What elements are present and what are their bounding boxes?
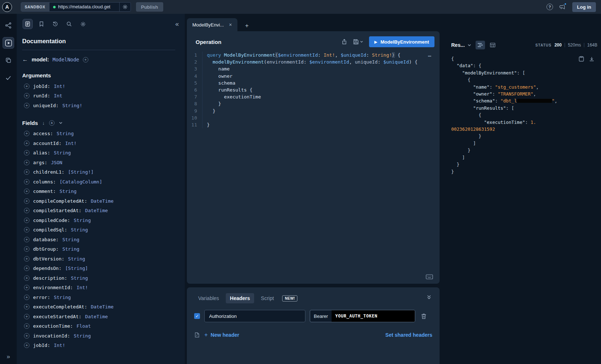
field-type[interactable]: String bbox=[60, 189, 77, 194]
add-to-query-icon[interactable]: + bbox=[24, 314, 29, 319]
field-type[interactable]: DateTime bbox=[91, 304, 114, 310]
collapse-docs-icon[interactable]: « bbox=[175, 20, 179, 28]
header-enabled-checkbox[interactable]: ✓ bbox=[194, 313, 200, 319]
add-to-query-icon[interactable]: + bbox=[24, 295, 29, 300]
field-type[interactable]: Int bbox=[54, 93, 62, 98]
checks-icon[interactable] bbox=[3, 72, 14, 84]
delete-header-icon[interactable] bbox=[421, 313, 426, 319]
field-type[interactable]: [String!] bbox=[68, 169, 93, 175]
add-to-query-icon[interactable]: + bbox=[24, 179, 29, 185]
table-view-icon[interactable] bbox=[488, 41, 497, 49]
env-variables-icon[interactable] bbox=[194, 332, 200, 338]
add-to-query-icon[interactable]: + bbox=[24, 169, 29, 175]
expand-rail-icon[interactable]: » bbox=[7, 353, 10, 361]
field-type[interactable]: [CatalogColumn] bbox=[60, 179, 102, 185]
tab-headers[interactable]: Headers bbox=[226, 293, 254, 303]
add-to-query-icon[interactable]: + bbox=[24, 285, 29, 290]
add-to-query-icon[interactable]: + bbox=[24, 304, 29, 310]
add-to-query-icon[interactable]: + bbox=[24, 246, 29, 252]
add-to-query-icon[interactable]: + bbox=[83, 57, 88, 62]
field-type[interactable]: String bbox=[57, 131, 74, 136]
field-type[interactable]: Int! bbox=[54, 343, 65, 348]
field-type[interactable]: DateTime bbox=[85, 208, 108, 213]
tab-variables[interactable]: Variables bbox=[194, 293, 223, 303]
field-type[interactable]: DateTime bbox=[91, 198, 114, 204]
announcements-icon[interactable] bbox=[559, 4, 566, 10]
schema-icon[interactable] bbox=[3, 20, 14, 31]
copy-response-icon[interactable] bbox=[579, 56, 584, 62]
field-type[interactable]: String bbox=[68, 256, 85, 262]
connection-settings-button[interactable] bbox=[119, 3, 131, 11]
add-to-query-icon[interactable]: + bbox=[24, 237, 29, 242]
explorer-icon[interactable] bbox=[3, 37, 14, 49]
field-type[interactable]: String bbox=[62, 246, 79, 252]
share-operation-icon[interactable] bbox=[341, 39, 347, 45]
response-title[interactable]: Res... bbox=[451, 42, 465, 48]
field-type[interactable]: String bbox=[71, 227, 88, 232]
add-to-query-icon[interactable]: + bbox=[24, 256, 29, 262]
add-to-query-icon[interactable]: + bbox=[24, 266, 29, 271]
add-to-query-icon[interactable]: + bbox=[24, 218, 29, 223]
add-to-query-icon[interactable]: + bbox=[24, 131, 29, 136]
collapse-io-icon[interactable] bbox=[426, 295, 432, 300]
add-to-query-icon[interactable]: + bbox=[24, 84, 29, 89]
chevron-down-icon[interactable] bbox=[468, 44, 471, 46]
add-to-query-icon[interactable]: + bbox=[24, 333, 29, 339]
field-type[interactable]: String bbox=[74, 218, 91, 223]
add-to-query-icon[interactable]: + bbox=[24, 150, 29, 155]
field-type[interactable]: String bbox=[54, 150, 71, 155]
header-key-input[interactable] bbox=[204, 310, 305, 322]
operation-tab[interactable]: ModelByEnvi... × bbox=[187, 18, 237, 31]
add-to-query-icon[interactable]: + bbox=[24, 198, 29, 204]
field-type[interactable]: [String] bbox=[65, 266, 88, 271]
search-icon[interactable] bbox=[64, 19, 74, 29]
add-to-query-icon[interactable]: + bbox=[24, 189, 29, 194]
add-all-fields-icon[interactable]: + bbox=[49, 120, 55, 126]
copy-operations-icon[interactable] bbox=[3, 54, 14, 66]
header-value-input[interactable]: Bearer YOUR_AUTH_TOKEN bbox=[310, 310, 415, 322]
field-type[interactable]: Int! bbox=[54, 84, 65, 89]
field-type[interactable]: String bbox=[62, 237, 79, 242]
save-operation-icon[interactable] bbox=[353, 39, 363, 45]
add-to-query-icon[interactable]: + bbox=[24, 141, 29, 146]
bookmark-icon[interactable] bbox=[36, 19, 47, 29]
field-type[interactable]: Float bbox=[77, 323, 91, 329]
field-type[interactable]: Int! bbox=[77, 285, 88, 290]
field-type[interactable]: JSON bbox=[51, 160, 62, 165]
editor-menu-icon[interactable]: … bbox=[428, 52, 432, 58]
keyboard-shortcuts-icon[interactable] bbox=[426, 274, 433, 279]
field-type[interactable]: String bbox=[74, 333, 91, 339]
field-type[interactable]: String bbox=[54, 295, 71, 300]
set-shared-headers-link[interactable]: Set shared headers bbox=[385, 332, 432, 338]
breadcrumb-type[interactable]: ModelNode bbox=[53, 57, 79, 62]
run-operation-button[interactable]: ▶ ModelByEnvironment bbox=[369, 36, 434, 47]
apollo-logo[interactable]: A bbox=[2, 2, 12, 12]
field-type[interactable]: Int! bbox=[65, 141, 76, 146]
query-editor[interactable]: 1query ModelByEnvironment($environmentId… bbox=[187, 50, 440, 284]
tree-view-icon[interactable] bbox=[476, 41, 485, 49]
add-to-query-icon[interactable]: + bbox=[24, 103, 29, 108]
documentation-tab-icon[interactable] bbox=[23, 19, 33, 29]
help-icon[interactable]: ? bbox=[546, 4, 553, 10]
add-to-query-icon[interactable]: + bbox=[24, 227, 29, 232]
add-to-query-icon[interactable]: + bbox=[24, 160, 29, 165]
login-button[interactable]: Log in bbox=[572, 2, 596, 12]
back-arrow-icon[interactable]: ← bbox=[22, 56, 28, 63]
sort-fields-icon[interactable]: ↓ bbox=[42, 120, 45, 126]
new-header-button[interactable]: + New header bbox=[204, 332, 239, 338]
tab-script[interactable]: Script bbox=[257, 293, 278, 303]
token-box[interactable]: YOUR_AUTH_TOKEN bbox=[332, 310, 415, 322]
new-tab-button[interactable]: + bbox=[242, 20, 252, 31]
add-to-query-icon[interactable]: + bbox=[24, 275, 29, 281]
field-type[interactable]: DateTime bbox=[85, 314, 108, 319]
history-icon[interactable] bbox=[50, 19, 60, 29]
add-to-query-icon[interactable]: + bbox=[24, 208, 29, 213]
settings-gear-icon[interactable] bbox=[78, 19, 88, 29]
add-to-query-icon[interactable]: + bbox=[24, 343, 29, 348]
publish-button[interactable]: Publish bbox=[136, 2, 163, 12]
close-tab-icon[interactable]: × bbox=[229, 22, 232, 28]
field-type[interactable]: String! bbox=[62, 103, 82, 108]
chevron-down-icon[interactable] bbox=[59, 122, 63, 124]
add-to-query-icon[interactable]: + bbox=[24, 93, 29, 98]
download-response-icon[interactable] bbox=[589, 56, 594, 62]
